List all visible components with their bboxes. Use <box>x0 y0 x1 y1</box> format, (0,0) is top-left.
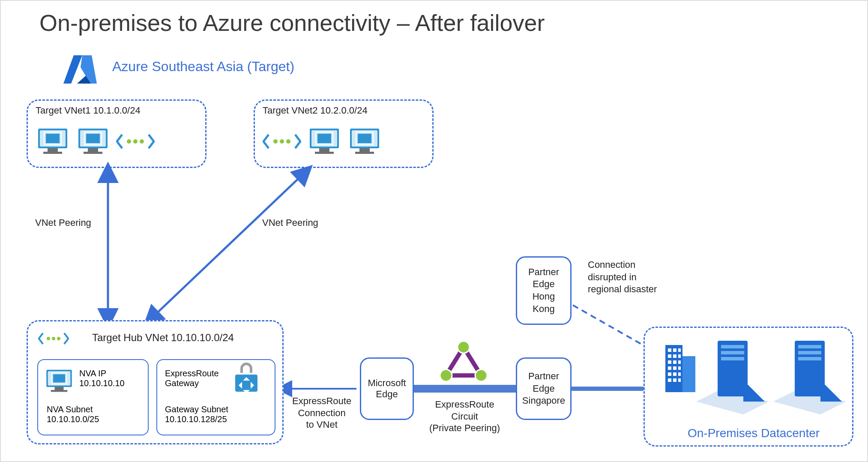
svg-point-14 <box>140 139 144 144</box>
datacenter-label: On-Premises Datacenter <box>688 426 820 440</box>
svg-rect-23 <box>315 152 334 154</box>
vnet1-icons <box>36 124 155 159</box>
svg-rect-62 <box>678 360 681 364</box>
svg-rect-41 <box>53 374 65 382</box>
svg-rect-76 <box>721 357 744 360</box>
gw-subnet-cidr: 10.10.10.128/25 <box>165 414 228 424</box>
svg-rect-26 <box>358 134 371 143</box>
svg-rect-61 <box>673 360 676 364</box>
svg-rect-44 <box>51 390 68 392</box>
er-gw-label-2: Gateway <box>165 378 219 388</box>
svg-rect-68 <box>678 372 681 376</box>
svg-rect-75 <box>721 351 744 354</box>
svg-line-35 <box>573 305 654 351</box>
svg-rect-65 <box>678 366 681 370</box>
er-circuit-label: ExpressRoute Circuit (Private Peering) <box>429 399 500 434</box>
svg-point-17 <box>286 139 290 144</box>
svg-rect-58 <box>673 354 676 358</box>
server-icon <box>696 337 769 414</box>
svg-rect-57 <box>668 354 671 358</box>
vnet1-label: Target VNet1 10.1.0.0/24 <box>36 105 141 116</box>
svg-rect-53 <box>682 356 695 392</box>
vnet2-icons <box>263 124 382 159</box>
svg-point-12 <box>127 139 131 144</box>
hub-vnet-box: Target Hub VNet 10.10.10.0/24 NVA IP 10.… <box>27 320 284 444</box>
svg-marker-77 <box>743 380 765 402</box>
nva-ip-value: 10.10.10.10 <box>79 378 125 388</box>
svg-rect-10 <box>88 148 98 152</box>
region-label: Azure Southeast Asia (Target) <box>112 59 294 75</box>
server-icon <box>773 337 846 414</box>
svg-rect-55 <box>673 348 676 352</box>
nva-subnet-box: NVA IP 10.10.10.10 NVA Subnet 10.10.10.0… <box>37 359 149 435</box>
target-vnet1-box: Target VNet1 10.1.0.0/24 <box>27 99 207 168</box>
svg-rect-43 <box>55 387 64 390</box>
svg-rect-11 <box>84 152 102 154</box>
peering-icon <box>263 129 301 154</box>
microsoft-edge-box: Microsoft Edge <box>360 357 414 420</box>
svg-point-36 <box>47 337 50 340</box>
vnet-peering-label-2: VNet Peering <box>262 217 318 228</box>
diagram-title: On-premises to Azure connectivity – Afte… <box>39 9 545 36</box>
svg-rect-34 <box>571 387 648 391</box>
svg-marker-83 <box>820 380 842 402</box>
svg-point-13 <box>133 139 138 144</box>
svg-rect-67 <box>673 372 676 376</box>
diagram-canvas: On-premises to Azure connectivity – Afte… <box>1 1 867 461</box>
onprem-datacenter-box: On-Premises Datacenter <box>644 327 853 447</box>
svg-rect-82 <box>798 357 821 360</box>
svg-rect-60 <box>668 360 671 364</box>
peering-icon <box>38 328 69 349</box>
svg-rect-2 <box>46 134 60 143</box>
peering-icon <box>116 129 155 154</box>
vm-icon <box>36 124 70 159</box>
vm-icon <box>307 124 341 159</box>
er-gw-label-1: ExpressRoute <box>165 369 219 378</box>
svg-point-49 <box>458 341 470 353</box>
svg-rect-4 <box>48 148 58 152</box>
svg-rect-66 <box>668 372 671 376</box>
building-icon <box>662 341 700 396</box>
nva-subnet-cidr: 10.10.10.0/25 <box>47 414 99 424</box>
svg-rect-22 <box>319 148 329 152</box>
svg-rect-59 <box>678 354 681 358</box>
svg-rect-74 <box>721 345 744 348</box>
svg-rect-73 <box>718 341 748 396</box>
svg-point-38 <box>57 337 60 340</box>
svg-point-37 <box>52 337 55 340</box>
svg-rect-81 <box>798 351 821 354</box>
nva-ip-label: NVA IP <box>79 369 125 378</box>
vm-icon <box>347 124 382 159</box>
expressroute-icon <box>436 339 491 387</box>
svg-rect-8 <box>86 134 100 143</box>
target-vnet2-box: Target VNet2 10.2.0.0/24 <box>254 99 434 168</box>
gateway-subnet-box: ExpressRoute Gateway Gateway Subnet 10.1… <box>156 359 275 435</box>
svg-rect-79 <box>795 341 825 396</box>
svg-rect-29 <box>355 152 374 154</box>
svg-rect-63 <box>668 366 671 370</box>
gw-subnet-label: Gateway Subnet <box>165 405 228 414</box>
svg-rect-54 <box>668 348 671 352</box>
svg-point-50 <box>440 369 452 381</box>
partner-edge-sg-box: Partner Edge Singapore <box>516 357 572 420</box>
svg-rect-69 <box>668 378 671 382</box>
partner-edge-hk-box: Partner Edge Hong Kong <box>516 256 572 325</box>
disruption-label: Connection disrupted in regional disaste… <box>588 259 657 296</box>
svg-rect-64 <box>673 366 676 370</box>
er-connection-label: ExpressRoute Connection to VNet <box>292 395 351 431</box>
svg-rect-70 <box>673 378 676 382</box>
hub-label: Target Hub VNet 10.10.10.0/24 <box>92 332 234 344</box>
gateway-icon <box>229 362 263 396</box>
vnet2-label: Target VNet2 10.2.0.0/24 <box>263 105 368 116</box>
vm-icon <box>76 124 110 159</box>
azure-logo-icon <box>61 50 99 89</box>
svg-point-16 <box>280 139 284 144</box>
svg-rect-20 <box>317 134 331 143</box>
nva-subnet-label: NVA Subnet <box>47 405 99 414</box>
svg-rect-5 <box>43 152 62 154</box>
vm-icon <box>44 366 74 396</box>
svg-rect-71 <box>678 378 681 382</box>
svg-point-51 <box>475 369 487 381</box>
svg-rect-56 <box>678 348 681 352</box>
svg-point-15 <box>273 139 278 144</box>
